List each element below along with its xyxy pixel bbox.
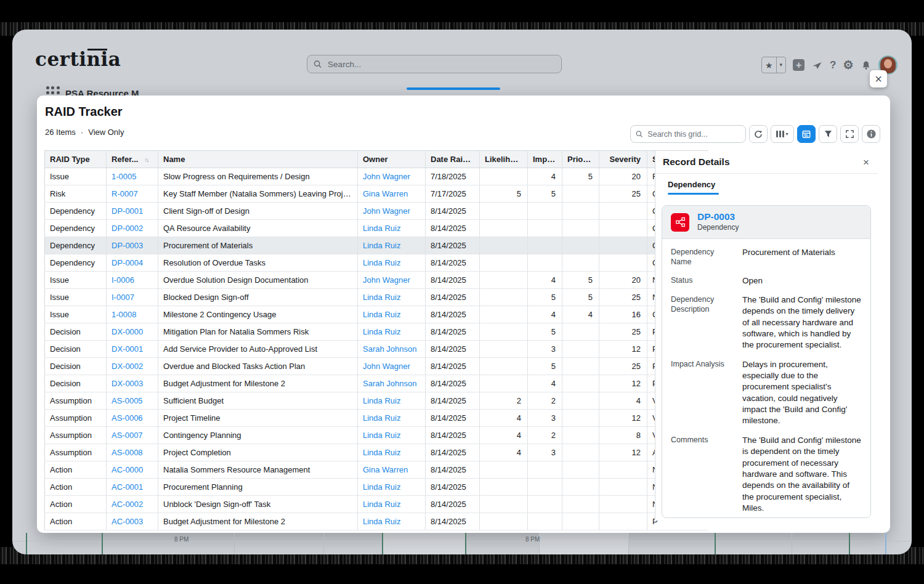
table-row[interactable]: Decision DX-0001 Add Service Provider to… (45, 341, 709, 358)
table-row[interactable]: Action AC-0003 Budget Adjustment for Mil… (45, 513, 709, 530)
grid-search-input[interactable] (646, 129, 740, 139)
filter-button[interactable] (819, 125, 837, 143)
table-row[interactable]: Assumption AS-0006 Project Timeline Lind… (45, 410, 709, 427)
table-row[interactable]: Dependency DP-0001 Client Sign-off of De… (45, 203, 709, 220)
table-row[interactable]: Issue I-0007 Blocked Design Sign-off Lin… (45, 289, 709, 306)
refresh-button[interactable] (749, 125, 768, 143)
owner-link[interactable]: Linda Ruiz (363, 448, 400, 457)
cell-raid-type: Assumption (45, 427, 107, 444)
reference-link[interactable]: AC-0000 (111, 465, 143, 474)
owner-link[interactable]: John Wagner (363, 172, 410, 181)
search-icon (314, 60, 322, 68)
columns-button[interactable]: ▾ (771, 125, 794, 143)
sort-icon[interactable]: ↑↓ (144, 156, 148, 163)
reference-link[interactable]: DP-0003 (111, 241, 143, 250)
owner-link[interactable]: Linda Ruiz (363, 482, 400, 492)
reference-link[interactable]: AS-0006 (111, 413, 143, 423)
tab-dependency[interactable]: Dependency (668, 180, 715, 195)
table-row[interactable]: Dependency DP-0002 QA Resource Availabil… (45, 220, 709, 237)
column-header-likelihood[interactable]: Likelihood (480, 151, 528, 168)
owner-link[interactable]: John Wagner (363, 206, 410, 216)
reference-link[interactable]: I-0006 (111, 275, 134, 285)
owner-link[interactable]: Linda Ruiz (363, 500, 400, 509)
message-icon[interactable] (811, 60, 823, 71)
column-header-severity[interactable]: Severity (599, 151, 647, 168)
reference-link[interactable]: AS-0005 (111, 396, 143, 405)
reference-link[interactable]: AS-0008 (111, 448, 143, 457)
owner-link[interactable]: Linda Ruiz (363, 327, 400, 336)
table-row[interactable]: Assumption AS-0005 Sufficient Budget Lin… (45, 392, 709, 410)
reference-link[interactable]: 1-0005 (111, 172, 136, 181)
owner-link[interactable]: John Wagner (363, 275, 410, 285)
reference-link[interactable]: AC-0001 (111, 482, 143, 492)
owner-link[interactable]: Linda Ruiz (363, 224, 400, 233)
owner-link[interactable]: Linda Ruiz (363, 396, 400, 405)
reference-link[interactable]: AC-0002 (111, 500, 143, 509)
owner-link[interactable]: Sarah Johnson (363, 379, 416, 388)
record-details-toggle-button[interactable] (797, 125, 816, 143)
table-row[interactable]: Dependency DP-0003 Procurement of Materi… (45, 237, 709, 254)
reference-link[interactable]: DP-0004 (111, 258, 143, 267)
owner-link[interactable]: Linda Ruiz (363, 258, 400, 267)
owner-link[interactable]: John Wagner (363, 362, 410, 371)
table-row[interactable]: Action AC-0000 Natalia Sommers Resource … (45, 461, 709, 479)
reference-link[interactable]: DX-0000 (111, 327, 143, 336)
column-header-owner[interactable]: Owner (358, 151, 426, 168)
setup-gear-icon[interactable]: ⚙ (843, 59, 853, 71)
owner-link[interactable]: Gina Warren (363, 465, 408, 474)
table-row[interactable]: Decision DX-0000 Mitigation Plan for Nat… (45, 323, 709, 341)
owner-link[interactable]: Linda Ruiz (363, 241, 400, 250)
detail-field: Impact Analysis Delays in procurement, e… (671, 359, 862, 427)
reference-link[interactable]: R-0007 (111, 189, 138, 198)
global-search[interactable] (307, 55, 562, 73)
modal-close-button[interactable]: × (870, 70, 887, 87)
notifications-bell-icon[interactable] (861, 60, 872, 71)
reference-link[interactable]: AS-0007 (111, 431, 143, 440)
column-header-name[interactable]: Name (158, 151, 358, 168)
cell-priority: 5 (562, 272, 599, 289)
table-row[interactable]: Dependency DP-0004 Resolution of Overdue… (45, 254, 709, 272)
table-row[interactable]: Issue 1-0005 Slow Progress on Requiremen… (45, 168, 709, 185)
reference-link[interactable]: DP-0002 (111, 224, 143, 233)
owner-link[interactable]: Linda Ruiz (363, 517, 400, 526)
reference-link[interactable]: 1-0008 (111, 310, 136, 319)
reference-link[interactable]: DX-0001 (111, 344, 143, 354)
reference-link[interactable]: DP-0001 (111, 206, 143, 216)
column-header-impact[interactable]: Impact (528, 151, 562, 168)
grid-search[interactable] (630, 125, 746, 143)
owner-link[interactable]: Linda Ruiz (363, 293, 400, 302)
global-search-input[interactable] (326, 59, 555, 70)
table-row[interactable]: Action AC-0002 Unblock 'Design Sign-off'… (45, 496, 709, 513)
column-header-priority[interactable]: Priority (562, 151, 599, 168)
global-add-button[interactable]: + (793, 59, 804, 71)
favorites-button[interactable]: ★ ▾ (761, 57, 786, 73)
panel-close-icon[interactable]: × (863, 157, 869, 168)
reference-link[interactable]: DX-0002 (111, 362, 143, 371)
table-row[interactable]: Decision DX-0002 Overdue and Blocked Tas… (45, 358, 709, 375)
cell-impact: 2 (528, 427, 562, 444)
owner-link[interactable]: Linda Ruiz (363, 310, 400, 319)
record-id-link[interactable]: DP-0003 (697, 211, 739, 223)
owner-link[interactable]: Linda Ruiz (363, 431, 400, 440)
table-row[interactable]: Action AC-0001 Procurement Planning Lind… (45, 479, 709, 496)
reference-link[interactable]: AC-0003 (111, 517, 143, 526)
reference-link[interactable]: I-0007 (111, 293, 134, 302)
table-row[interactable]: Decision DX-0003 Budget Adjustment for M… (45, 375, 709, 392)
cell-name: Natalia Sommers Resource Management (158, 461, 358, 479)
table-row[interactable]: Issue I-0006 Overdue Solution Design Doc… (45, 272, 709, 289)
table-row[interactable]: Assumption AS-0007 Contingency Planning … (45, 427, 709, 444)
column-header-raid-type[interactable]: RAID Type (45, 151, 107, 168)
owner-link[interactable]: Linda Ruiz (363, 413, 400, 423)
info-button[interactable] (862, 125, 880, 143)
table-row[interactable]: Issue 1-0008 Milestone 2 Contingency Usa… (45, 306, 709, 323)
table-row[interactable]: Risk R-0007 Key Staff Member (Natalia So… (45, 185, 709, 203)
expand-button[interactable] (840, 125, 859, 143)
cell-likelihood (480, 203, 528, 220)
column-header-reference[interactable]: Refer...↑↓ (107, 151, 158, 168)
help-icon[interactable]: ? (830, 60, 836, 70)
owner-link[interactable]: Sarah Johnson (363, 344, 416, 354)
owner-link[interactable]: Gina Warren (363, 189, 408, 198)
reference-link[interactable]: DX-0003 (111, 379, 143, 388)
column-header-date-raised[interactable]: Date Raised (426, 151, 480, 168)
table-row[interactable]: Assumption AS-0008 Project Completion Li… (45, 444, 709, 461)
